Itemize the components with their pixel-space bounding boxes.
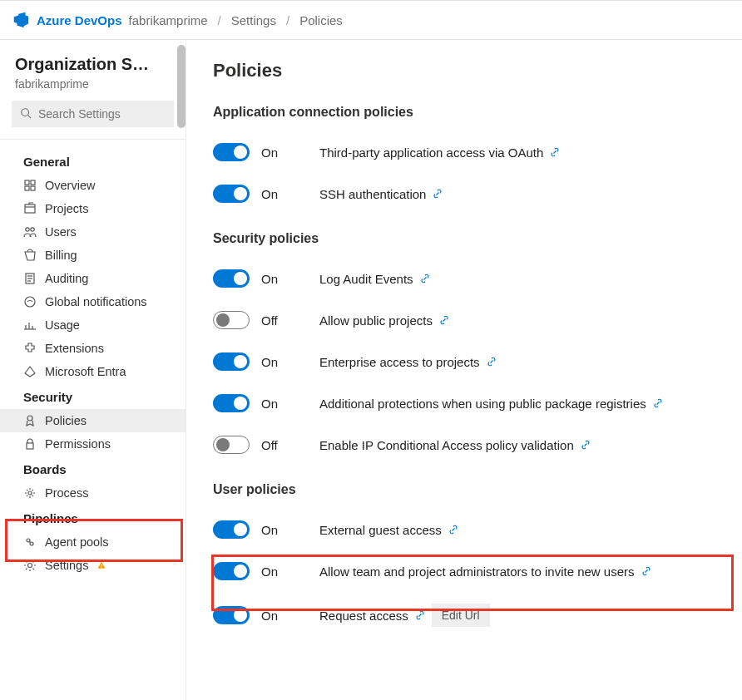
- sidebar-item-users[interactable]: Users: [0, 220, 186, 244]
- policy-label: External guest access: [319, 523, 458, 537]
- billing-icon: [23, 249, 37, 262]
- toggle-switch[interactable]: [213, 562, 250, 580]
- toggle-state-label: On: [261, 272, 286, 286]
- link-icon[interactable]: [415, 610, 425, 620]
- projects-icon: [23, 202, 37, 215]
- sidebar-item-process[interactable]: Process: [0, 481, 186, 505]
- sidebar-item-global-notifications[interactable]: Global notifications: [0, 290, 186, 313]
- toggle-switch[interactable]: [213, 269, 250, 288]
- section-title: Security policies: [213, 231, 725, 246]
- breadcrumb-org[interactable]: fabrikamprime: [129, 13, 208, 27]
- svg-rect-27: [101, 567, 102, 568]
- scrollbar-thumb[interactable]: [177, 45, 186, 128]
- policy-row: OnAllow team and project administrators …: [213, 550, 725, 592]
- svg-rect-5: [31, 186, 35, 190]
- sidebar-item-billing[interactable]: Billing: [0, 244, 186, 267]
- org-settings-title: Organization S…: [0, 55, 186, 74]
- policy-row: OnExternal guest access: [213, 509, 725, 550]
- svg-point-21: [28, 491, 32, 495]
- link-icon[interactable]: [433, 189, 443, 199]
- link-icon[interactable]: [641, 566, 651, 576]
- policy-label-text: Allow team and project administrators to…: [319, 564, 635, 579]
- policy-row: OnAdditional protections when using publ…: [213, 382, 725, 424]
- sidebar-item-agent-pools[interactable]: Agent pools: [0, 530, 186, 554]
- notifications-icon: [23, 295, 37, 308]
- toggle-switch[interactable]: [213, 311, 250, 329]
- breadcrumb-header: Azure DevOps fabrikamprime / Settings / …: [0, 0, 742, 40]
- nav-group-title: Pipelines: [0, 505, 186, 530]
- sidebar-item-auditing[interactable]: Auditing: [0, 267, 186, 290]
- svg-rect-26: [101, 564, 102, 567]
- policy-label-text: Allow public projects: [319, 313, 433, 328]
- svg-rect-3: [31, 180, 35, 185]
- sidebar-item-label: Microsoft Entra: [45, 365, 126, 378]
- main-content: Policies Application connection policies…: [186, 40, 742, 700]
- svg-point-9: [31, 228, 34, 231]
- sidebar-item-label: Billing: [45, 249, 77, 262]
- nav-group-title: Security: [0, 383, 186, 409]
- policy-label-text: Request access: [319, 609, 408, 623]
- toggle-switch[interactable]: [213, 520, 250, 539]
- policy-label: Enable IP Conditional Access policy vali…: [319, 438, 591, 452]
- sidebar-item-microsoft-entra[interactable]: Microsoft Entra: [0, 360, 186, 383]
- policy-label: Request accessEdit Url: [319, 604, 490, 627]
- azure-devops-logo-icon: [12, 11, 30, 29]
- toggle-switch[interactable]: [213, 352, 250, 371]
- sidebar-item-usage[interactable]: Usage: [0, 313, 186, 337]
- edit-url-button[interactable]: Edit Url: [432, 604, 490, 627]
- policy-label: Third-party application access via OAuth: [319, 145, 560, 160]
- breadcrumb-separator: /: [215, 13, 225, 27]
- sidebar-item-permissions[interactable]: Permissions: [0, 432, 186, 456]
- sidebar-item-policies[interactable]: Policies: [0, 409, 186, 432]
- policy-label-text: Third-party application access via OAuth: [319, 145, 543, 160]
- brand-link[interactable]: Azure DevOps: [37, 13, 122, 27]
- link-icon[interactable]: [653, 398, 663, 408]
- toggle-switch[interactable]: [213, 185, 250, 203]
- nav-group-title: General: [0, 148, 186, 174]
- sidebar-item-label: Overview: [45, 179, 95, 192]
- link-icon[interactable]: [420, 274, 430, 283]
- sidebar-item-label: Policies: [45, 414, 87, 427]
- toggle-state-label: On: [261, 564, 286, 579]
- sidebar-item-extensions[interactable]: Extensions: [0, 337, 186, 360]
- toggle-switch[interactable]: [213, 394, 250, 412]
- toggle-state-label: On: [261, 187, 286, 201]
- toggle-switch[interactable]: [213, 606, 250, 624]
- toggle-state-label: On: [261, 397, 286, 411]
- link-icon[interactable]: [439, 315, 449, 325]
- extensions-icon: [23, 342, 37, 355]
- search-settings[interactable]: [12, 101, 174, 127]
- search-icon: [20, 107, 32, 121]
- svg-line-24: [30, 542, 31, 543]
- search-input[interactable]: [38, 107, 166, 121]
- sidebar-item-overview[interactable]: Overview: [0, 174, 186, 197]
- policy-label: Additional protections when using public…: [319, 397, 663, 411]
- toggle-state-label: On: [261, 523, 286, 537]
- link-icon[interactable]: [448, 525, 458, 535]
- section-title: User policies: [213, 482, 725, 497]
- toggle-state-label: On: [261, 145, 286, 160]
- warning-icon: [96, 560, 106, 570]
- policy-row: OnEnterprise access to projects: [213, 341, 725, 382]
- toggle-switch[interactable]: [213, 143, 250, 161]
- svg-point-19: [27, 416, 32, 421]
- breadcrumb-policies[interactable]: Policies: [299, 13, 343, 27]
- svg-point-22: [27, 539, 30, 542]
- sidebar-item-settings[interactable]: Settings: [0, 554, 186, 577]
- toggle-switch[interactable]: [213, 436, 250, 454]
- sidebar-item-label: Permissions: [45, 437, 111, 451]
- breadcrumb-settings[interactable]: Settings: [231, 13, 276, 27]
- svg-point-0: [22, 108, 29, 116]
- link-icon[interactable]: [550, 147, 560, 157]
- link-icon[interactable]: [487, 357, 497, 367]
- policy-label-text: Additional protections when using public…: [319, 397, 646, 411]
- sidebar-item-label: Projects: [45, 202, 88, 215]
- policy-label-text: Enterprise access to projects: [319, 355, 480, 369]
- sidebar-item-label: Agent pools: [45, 535, 109, 549]
- sidebar-item-projects[interactable]: Projects: [0, 197, 186, 220]
- svg-rect-2: [25, 180, 29, 185]
- link-icon[interactable]: [581, 440, 591, 450]
- entra-icon: [23, 365, 37, 378]
- settings-icon: [23, 559, 37, 572]
- policy-label: SSH authentication: [319, 187, 443, 201]
